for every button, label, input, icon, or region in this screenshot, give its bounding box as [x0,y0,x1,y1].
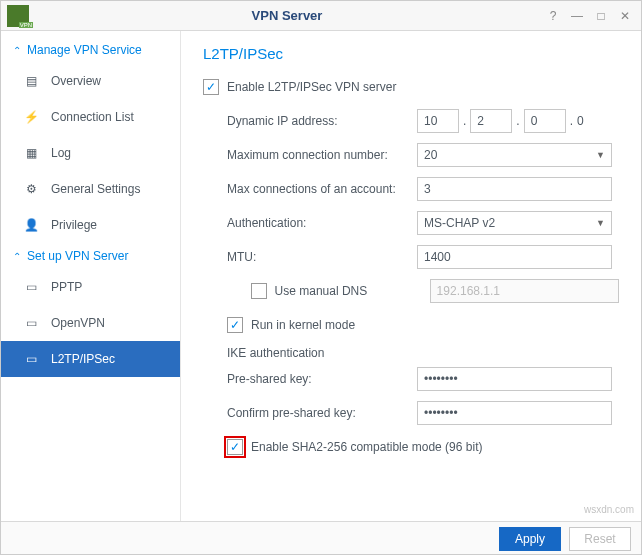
select-value: 20 [424,148,437,162]
sidebar-section-setup[interactable]: ⌃ Set up VPN Server [1,243,180,269]
openvpn-icon: ▭ [21,315,41,331]
chevron-down-icon: ▼ [596,218,605,228]
sidebar-section-label: Set up VPN Server [27,249,128,263]
sidebar-item-general-settings[interactable]: ⚙ General Settings [1,171,180,207]
window-title: VPN Server [29,8,545,23]
sidebar-item-label: Privilege [51,218,97,232]
sidebar-item-label: General Settings [51,182,140,196]
gear-icon: ⚙ [21,181,41,197]
auth-label: Authentication: [227,216,417,230]
overview-icon: ▤ [21,73,41,89]
manual-dns-input [430,279,619,303]
ip-octet-3[interactable] [524,109,566,133]
sidebar-item-label: L2TP/IPSec [51,352,115,366]
sidebar: ⌃ Manage VPN Service ▤ Overview ⚡ Connec… [1,31,181,521]
ike-header: IKE authentication [227,346,619,360]
minimize-icon[interactable]: — [569,9,585,23]
chevron-up-icon: ⌃ [13,251,21,262]
kernel-mode-label: Run in kernel mode [251,318,355,332]
sidebar-section-manage[interactable]: ⌃ Manage VPN Service [1,37,180,63]
sidebar-item-l2tp-ipsec[interactable]: ▭ L2TP/IPSec [1,341,180,377]
sidebar-item-pptp[interactable]: ▭ PPTP [1,269,180,305]
reset-button: Reset [569,527,631,551]
plug-icon: ⚡ [21,109,41,125]
page-title: L2TP/IPSec [203,45,619,62]
sidebar-item-label: Log [51,146,71,160]
help-icon[interactable]: ? [545,9,561,23]
titlebar: VPN Server ? — □ ✕ [1,1,641,31]
sha-compat-label: Enable SHA2-256 compatible mode (96 bit) [251,440,482,454]
pptp-icon: ▭ [21,279,41,295]
user-icon: 👤 [21,217,41,233]
select-value: MS-CHAP v2 [424,216,495,230]
auth-select[interactable]: MS-CHAP v2 ▼ [417,211,612,235]
chevron-down-icon: ▼ [596,150,605,160]
chevron-up-icon: ⌃ [13,45,21,56]
psk-label: Pre-shared key: [227,372,417,386]
dot: . [570,114,573,128]
sidebar-item-log[interactable]: ▦ Log [1,135,180,171]
dot: . [463,114,466,128]
psk-confirm-label: Confirm pre-shared key: [227,406,417,420]
sidebar-item-label: PPTP [51,280,82,294]
sidebar-item-openvpn[interactable]: ▭ OpenVPN [1,305,180,341]
sidebar-item-label: OpenVPN [51,316,105,330]
enable-checkbox[interactable] [203,79,219,95]
sha-compat-checkbox[interactable] [227,439,243,455]
psk-input[interactable] [417,367,612,391]
ip-octet-2[interactable] [470,109,512,133]
mtu-input[interactable] [417,245,612,269]
sidebar-item-overview[interactable]: ▤ Overview [1,63,180,99]
sidebar-item-label: Overview [51,74,101,88]
manual-dns-checkbox[interactable] [251,283,267,299]
maximize-icon[interactable]: □ [593,9,609,23]
max-conn-select[interactable]: 20 ▼ [417,143,612,167]
sidebar-section-label: Manage VPN Service [27,43,142,57]
dynamic-ip-label: Dynamic IP address: [227,114,417,128]
dot: . [516,114,519,128]
footer: Apply Reset [1,521,641,555]
max-account-label: Max connections of an account: [227,182,417,196]
manual-dns-label: Use manual DNS [275,284,430,298]
watermark: wsxdn.com [584,504,634,515]
max-account-input[interactable] [417,177,612,201]
log-icon: ▦ [21,145,41,161]
enable-label: Enable L2TP/IPSec VPN server [227,80,396,94]
max-conn-label: Maximum connection number: [227,148,417,162]
sidebar-item-label: Connection List [51,110,134,124]
sidebar-item-privilege[interactable]: 👤 Privilege [1,207,180,243]
ip-octet-1[interactable] [417,109,459,133]
psk-confirm-input[interactable] [417,401,612,425]
apply-button[interactable]: Apply [499,527,561,551]
ip-octet-4: 0 [577,114,584,128]
app-icon [7,5,29,27]
sidebar-item-connection-list[interactable]: ⚡ Connection List [1,99,180,135]
kernel-mode-checkbox[interactable] [227,317,243,333]
l2tp-icon: ▭ [21,351,41,367]
content-pane: L2TP/IPSec Enable L2TP/IPSec VPN server … [181,31,641,521]
mtu-label: MTU: [227,250,417,264]
close-icon[interactable]: ✕ [617,9,633,23]
